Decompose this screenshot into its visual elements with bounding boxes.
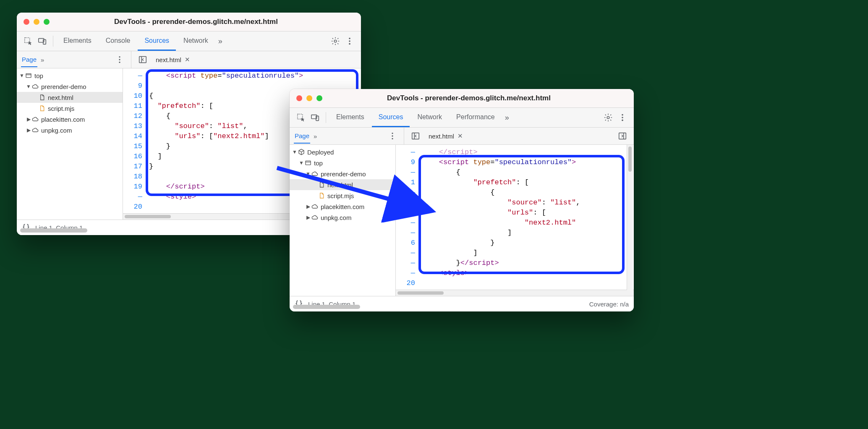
cloud-icon [31,116,39,123]
svg-rect-2 [43,39,46,44]
device-toolbar-icon[interactable] [35,34,50,48]
kebab-menu-icon[interactable] [342,34,357,48]
svg-point-3 [334,40,337,42]
frame-icon [24,72,33,79]
svg-point-20 [622,120,623,121]
device-toolbar-icon[interactable] [308,110,322,125]
kebab-menu-icon[interactable] [112,52,127,67]
svg-point-9 [119,62,120,63]
more-navigator-tabs-icon[interactable]: » [314,133,317,140]
tab-network[interactable]: Network [177,31,215,51]
tree-node-domain[interactable]: ▶ unpkg.com [290,212,395,223]
editor-file-tab[interactable]: next.html ✕ [427,132,465,140]
window-scrollbar[interactable] [20,228,87,233]
window-close-icon[interactable] [296,95,302,101]
tab-sources[interactable]: Sources [138,31,176,51]
svg-point-23 [392,138,393,139]
navigator-tab-page[interactable]: Page [294,129,310,144]
tab-sources[interactable]: Sources [372,108,410,127]
svg-rect-28 [306,161,311,165]
code-content[interactable]: </script> <script type="speculationrules… [418,145,634,290]
tab-console[interactable]: Console [99,31,137,51]
cloud-icon [311,203,319,210]
coverage-label[interactable]: Coverage: n/a [589,301,629,308]
title-bar: DevTools - prerender-demos.glitch.me/nex… [17,13,361,31]
cloud-icon [311,214,319,221]
vertical-scrollbar[interactable] [627,145,633,290]
tree-node-top[interactable]: ▼ top [290,157,395,168]
window-zoom-icon[interactable] [316,95,322,101]
kebab-menu-icon[interactable] [615,110,630,125]
svg-point-7 [119,56,120,58]
tab-performance[interactable]: Performance [450,108,502,127]
cube-icon [297,149,306,155]
svg-point-18 [622,114,623,116]
divider [326,112,326,123]
main-toolbar: Elements Sources Network Performance » [290,108,634,128]
panel-tabs: Elements Sources Network Performance [329,108,502,127]
tree-node-file-script-mjs[interactable]: script.mjs [290,190,395,201]
svg-point-4 [349,38,350,39]
toggle-debugger-icon[interactable] [615,129,630,143]
tree-node-domain[interactable]: ▶ placekitten.com [290,201,395,212]
select-element-icon[interactable] [294,110,308,125]
kebab-menu-icon[interactable] [385,129,400,143]
cloud-icon [31,127,39,133]
window-title: DevTools - prerender-demos.glitch.me/nex… [56,18,361,26]
file-icon [317,181,326,188]
window-title: DevTools - prerender-demos.glitch.me/nex… [329,94,634,102]
editor-file-tab[interactable]: next.html ✕ [154,56,192,63]
toggle-navigator-icon[interactable] [408,129,423,143]
horizontal-scrollbar[interactable] [396,290,634,296]
svg-point-21 [392,133,393,134]
editor-file-label: next.html [156,56,181,63]
frame-icon [304,160,312,166]
gear-icon[interactable] [601,110,615,125]
more-tabs-icon[interactable]: » [215,37,226,46]
tree-node-file-next-html[interactable]: next.html [290,179,395,190]
more-navigator-tabs-icon[interactable]: » [41,56,44,63]
close-icon[interactable]: ✕ [458,132,463,140]
svg-point-17 [607,116,609,119]
cloud-icon [31,83,39,90]
sources-subbar: Page » next.html ✕ [17,51,361,68]
more-tabs-icon[interactable]: » [502,113,512,122]
title-bar: DevTools - prerender-demos.glitch.me/nex… [290,89,634,108]
close-icon[interactable]: ✕ [185,56,190,63]
line-gutter: —9—1—3———6———20 [396,145,418,290]
tree-node-domain[interactable]: ▶ unpkg.com [17,125,123,136]
window-minimize-icon[interactable] [34,19,39,25]
tree-node-domain[interactable]: ▼ prerender-demo [17,81,123,92]
window-minimize-icon[interactable] [306,95,312,101]
svg-point-6 [349,43,350,45]
sources-subbar: Page » next.html ✕ [290,128,634,145]
svg-point-19 [622,117,623,118]
divider [53,36,53,47]
window-zoom-icon[interactable] [44,19,50,25]
tree-node-domain[interactable]: ▼ prerender-demo [290,168,395,179]
file-icon [38,105,46,112]
tab-network[interactable]: Network [410,108,449,127]
cloud-icon [311,170,319,177]
navigator-tab-page[interactable]: Page [21,52,37,67]
tab-elements[interactable]: Elements [329,108,371,127]
tree-node-deployed[interactable]: ▼ Deployed [290,146,395,157]
svg-rect-12 [26,73,31,77]
tree-node-domain[interactable]: ▶ placekitten.com [17,114,123,125]
navigator-sidebar: ▼ Deployed ▼ top ▼ prerender-demo [290,145,396,296]
window-close-icon[interactable] [24,19,29,25]
select-element-icon[interactable] [21,34,35,48]
navigator-sidebar: ▼ top ▼ prerender-demo next.html [17,68,123,220]
main-toolbar: Elements Console Sources Network » [17,31,361,51]
tree-node-file-script-mjs[interactable]: script.mjs [17,103,123,114]
gear-icon[interactable] [328,34,342,48]
window-scrollbar[interactable] [293,305,360,309]
tree-node-top[interactable]: ▼ top [17,70,123,81]
tab-elements[interactable]: Elements [57,31,98,51]
editor-file-label: next.html [429,133,454,140]
toggle-navigator-icon[interactable] [136,52,150,67]
tree-node-file-next-html[interactable]: next.html [17,92,123,103]
code-editor[interactable]: —9—1—3———6———20 </script> <script type="… [396,145,634,296]
svg-rect-16 [316,116,319,120]
file-icon [317,192,326,199]
